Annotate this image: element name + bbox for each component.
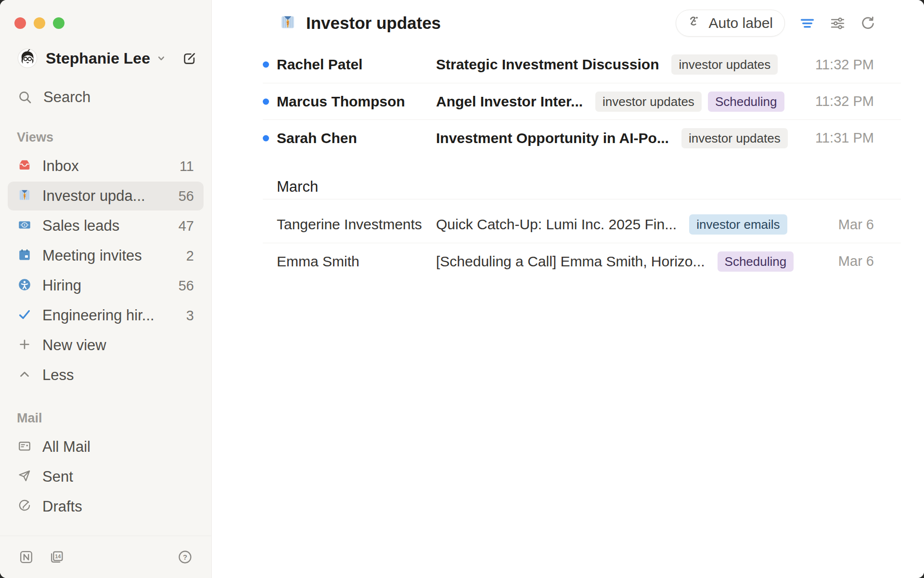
sidebar-item-sales-leads[interactable]: Sales leads 47 — [8, 211, 204, 240]
sidebar-item-engineering-hir[interactable]: Engineering hir... 3 — [8, 301, 204, 330]
search-icon — [17, 90, 33, 105]
sidebar-item-sent[interactable]: Sent — [8, 462, 204, 491]
sidebar-item-label: Less — [42, 367, 74, 384]
display-settings-icon[interactable] — [830, 15, 846, 31]
necktie-icon — [279, 13, 296, 33]
email-tags: investor updatesScheduling — [595, 92, 784, 112]
inbox-icon — [17, 158, 32, 174]
close-button[interactable] — [14, 17, 26, 29]
notion-logo-icon[interactable] — [18, 549, 34, 565]
email-time: 11:32 PM — [815, 57, 874, 73]
toolbar: Auto label — [676, 10, 876, 37]
sidebar-item-label: Hiring — [42, 277, 81, 294]
sidebar-item-hiring[interactable]: Hiring 56 — [8, 271, 204, 300]
email-row[interactable]: Marcus Thompson Angel Investor Inter... … — [263, 83, 901, 119]
sidebar-sections: Views Inbox 11 Investor upda... 56 Sales… — [0, 130, 211, 521]
label-tag[interactable]: investor updates — [681, 128, 788, 148]
sidebar-item-label: Investor upda... — [42, 187, 145, 205]
allmail-icon — [17, 439, 32, 455]
sidebar-item-drafts[interactable]: Drafts — [8, 492, 204, 521]
count-badge: 3 — [186, 308, 194, 324]
notion-calendar-icon[interactable]: 14 — [49, 549, 64, 565]
calendar-icon — [17, 248, 32, 264]
sidebar-item-meeting-invites[interactable]: Meeting invites 2 — [8, 241, 204, 270]
email-row[interactable]: Emma Smith [Scheduling a Call] Emma Smit… — [263, 243, 901, 279]
auto-label-button[interactable]: Auto label — [676, 10, 785, 37]
view-header: Investor updates Auto label — [212, 0, 924, 46]
app-window: Stephanie Lee Search Views Inbox 11 Inve… — [0, 0, 924, 578]
svg-text:?: ? — [183, 553, 187, 561]
email-row[interactable]: Tangerine Investments Quick Catch-Up: Lu… — [263, 206, 901, 243]
sidebar: Stephanie Lee Search Views Inbox 11 Inve… — [0, 0, 212, 578]
email-subject: Strategic Investment Discussion — [436, 56, 659, 73]
email-subject: Investment Opportunity in AI-Po... — [436, 130, 669, 146]
account-switcher[interactable]: Stephanie Lee — [17, 48, 197, 68]
unread-indicator — [263, 98, 269, 105]
email-subject: [Scheduling a Call] Emma Smith, Horizo..… — [436, 253, 705, 270]
label-tag[interactable]: investor updates — [595, 92, 702, 112]
sidebar-item-label: All Mail — [42, 438, 90, 456]
count-badge: 11 — [180, 158, 194, 174]
sidebar-item-label: Drafts — [42, 498, 82, 515]
chevron-down-icon — [155, 52, 167, 65]
sidebar-item-label: Sent — [42, 468, 73, 486]
sidebar-item-label: Inbox — [42, 158, 79, 175]
email-tags: investor updates — [671, 54, 778, 75]
plus-icon — [17, 337, 32, 354]
refresh-icon[interactable] — [860, 15, 876, 31]
count-badge: 47 — [179, 218, 194, 234]
count-badge: 2 — [186, 248, 194, 264]
zoom-button[interactable] — [53, 17, 64, 29]
email-sender: Emma Smith — [277, 253, 436, 270]
sidebar-item-label: Sales leads — [42, 217, 119, 235]
svg-text:14: 14 — [55, 553, 61, 559]
date-group-label: March — [263, 174, 901, 199]
profile-name: Stephanie Lee — [46, 50, 150, 67]
email-group: Rachel Patel Strategic Investment Discus… — [263, 46, 901, 156]
sidebar-item-new-view[interactable]: New view — [8, 331, 204, 360]
sidebar-item-label: Engineering hir... — [42, 307, 154, 324]
email-sender: Marcus Thompson — [277, 93, 436, 110]
email-row[interactable]: Sarah Chen Investment Opportunity in AI-… — [263, 119, 901, 156]
section-label-mail: Mail — [17, 411, 204, 426]
label-tag[interactable]: Scheduling — [708, 92, 784, 112]
label-tag[interactable]: investor updates — [671, 54, 778, 75]
search-label: Search — [43, 89, 90, 106]
compose-button[interactable] — [182, 51, 197, 66]
banknote-icon — [17, 218, 32, 234]
sent-icon — [17, 469, 32, 485]
check-icon — [17, 307, 32, 324]
email-time: 11:31 PM — [815, 130, 874, 146]
sidebar-item-investor-upda[interactable]: Investor upda... 56 — [8, 182, 204, 210]
email-sender: Rachel Patel — [277, 56, 436, 73]
email-sender: Tangerine Investments — [277, 216, 436, 233]
help-icon[interactable]: ? — [177, 549, 193, 565]
email-tags: Scheduling — [718, 251, 794, 272]
sidebar-item-less[interactable]: Less — [8, 361, 204, 390]
email-row[interactable]: Rachel Patel Strategic Investment Discus… — [263, 46, 901, 83]
email-tags: investor updates — [681, 128, 788, 148]
label-tag[interactable]: investor emails — [689, 214, 787, 235]
page-title: Investor updates — [306, 13, 441, 33]
view-title-wrap: Investor updates — [279, 13, 441, 33]
count-badge: 56 — [179, 278, 194, 294]
email-time: 11:32 PM — [815, 93, 874, 109]
email-subject: Quick Catch-Up: Lumi Inc. 2025 Fin... — [436, 216, 677, 233]
chevron-up-icon — [17, 367, 32, 383]
sidebar-item-label: Meeting invites — [42, 247, 142, 264]
email-time: Mar 6 — [838, 217, 874, 233]
avatar — [17, 48, 38, 68]
drafts-icon — [17, 499, 32, 515]
sidebar-item-label: New view — [42, 337, 106, 354]
count-badge: 56 — [179, 188, 194, 204]
necktie-icon — [17, 188, 32, 204]
minimize-button[interactable] — [34, 17, 45, 29]
unread-indicator — [263, 135, 269, 141]
label-tag[interactable]: Scheduling — [718, 251, 794, 272]
auto-label-icon — [688, 14, 703, 32]
sidebar-item-all-mail[interactable]: All Mail — [8, 433, 204, 461]
filter-icon[interactable] — [799, 15, 815, 31]
sidebar-item-inbox[interactable]: Inbox 11 — [8, 152, 204, 181]
person-icon — [17, 277, 32, 294]
search-button[interactable]: Search — [8, 86, 204, 109]
